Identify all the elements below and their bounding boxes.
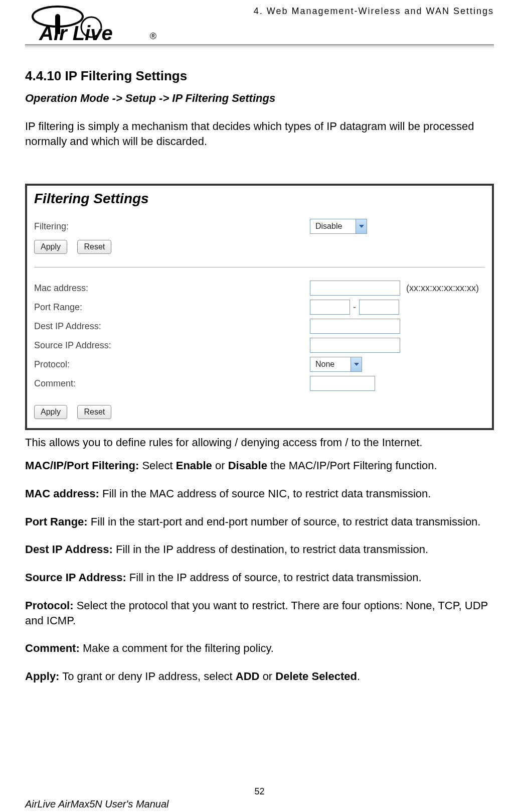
comment-label: Comment: bbox=[34, 378, 310, 389]
protocol-select-value: None bbox=[310, 360, 351, 369]
def-dest-ip: Dest IP Address: Fill in the IP address … bbox=[25, 542, 494, 557]
def-filtering: MAC/IP/Port Filtering: Select Enable or … bbox=[25, 458, 494, 473]
intro-paragraph: IP filtering is simply a mechanism that … bbox=[25, 119, 494, 149]
chevron-down-icon[interactable] bbox=[356, 219, 367, 233]
mac-address-hint: (xx:xx:xx:xx:xx:xx) bbox=[406, 283, 479, 294]
logo: Air Live ® bbox=[25, 4, 160, 46]
filtering-select[interactable]: Disable bbox=[310, 219, 367, 234]
def-comment: Comment: Make a comment for the filterin… bbox=[25, 641, 494, 656]
chevron-down-icon[interactable] bbox=[351, 357, 362, 371]
apply-button-1[interactable]: Apply bbox=[34, 240, 67, 254]
after-screenshot-text: This allows you to define rules for allo… bbox=[25, 436, 494, 449]
section-heading: 4.4.10 IP Filtering Settings bbox=[25, 68, 494, 84]
port-end-input[interactable] bbox=[359, 300, 399, 315]
def-apply: Apply: To grant or deny IP address, sele… bbox=[25, 669, 494, 684]
reset-button-1[interactable]: Reset bbox=[77, 240, 111, 254]
page-number: 52 bbox=[0, 786, 519, 797]
comment-input[interactable] bbox=[310, 376, 375, 391]
def-source-ip: Source IP Address: Fill in the IP addres… bbox=[25, 570, 494, 585]
port-start-input[interactable] bbox=[310, 300, 350, 315]
footer-text: AirLive AirMax5N User's Manual bbox=[25, 798, 169, 810]
mac-address-label: Mac address: bbox=[34, 283, 310, 294]
port-separator: - bbox=[353, 302, 356, 313]
filtering-label: Filtering: bbox=[34, 221, 310, 232]
source-ip-input[interactable] bbox=[310, 338, 400, 353]
mac-address-input[interactable] bbox=[310, 281, 400, 296]
svg-text:®: ® bbox=[150, 31, 156, 41]
chapter-title: 4. Web Management-Wireless and WAN Setti… bbox=[254, 4, 494, 17]
apply-button-2[interactable]: Apply bbox=[34, 405, 67, 419]
breadcrumb: Operation Mode -> Setup -> IP Filtering … bbox=[25, 92, 494, 105]
panel-title: Filtering Settings bbox=[34, 191, 485, 207]
def-mac: MAC address: Fill in the MAC address of … bbox=[25, 486, 494, 501]
filtering-select-value: Disable bbox=[310, 222, 356, 231]
protocol-select[interactable]: None bbox=[310, 357, 362, 372]
source-ip-label: Source IP Address: bbox=[34, 340, 310, 351]
panel-divider bbox=[34, 267, 485, 267]
settings-screenshot: Filtering Settings Filtering: Disable Ap… bbox=[25, 184, 494, 430]
dest-ip-label: Dest IP Address: bbox=[34, 321, 310, 332]
reset-button-2[interactable]: Reset bbox=[77, 405, 111, 419]
port-range-label: Port Range: bbox=[34, 302, 310, 313]
def-protocol: Protocol: Select the protocol that you w… bbox=[25, 598, 494, 628]
protocol-label: Protocol: bbox=[34, 359, 310, 370]
def-port-range: Port Range: Fill in the start-port and e… bbox=[25, 514, 494, 529]
dest-ip-input[interactable] bbox=[310, 319, 400, 334]
